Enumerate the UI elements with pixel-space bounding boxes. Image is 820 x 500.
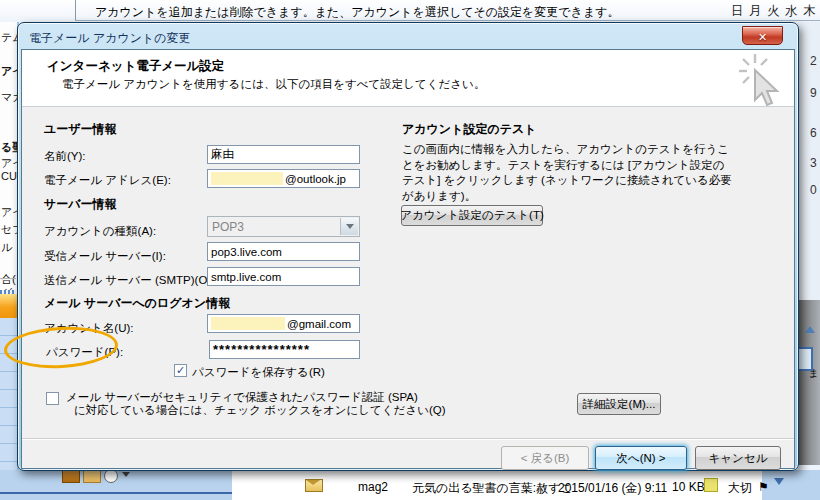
background-hint-text: アカウントを追加または削除できます。また、アカウントを選択してその設定を変更でき… (95, 4, 619, 21)
category-icon (704, 478, 718, 492)
envelope-icon (305, 479, 323, 492)
cursor-sparkle-icon (738, 53, 788, 109)
wizard-header-title: インターネット電子メール設定 (47, 58, 224, 75)
calendar-digit: 0 (810, 183, 817, 197)
remember-password-checkbox[interactable]: ✓ (174, 364, 187, 377)
incoming-server-label: 受信メール サーバー(I): (44, 249, 166, 264)
right-fragment: ま (808, 366, 819, 381)
account-name-value: @gmail.com (287, 318, 351, 330)
left-fragment: ル (1, 240, 12, 255)
close-icon: ✕ (758, 31, 767, 43)
name-input[interactable]: 麻由 (207, 145, 360, 164)
calendar-digit: 3 (810, 156, 817, 170)
calendar-digit: 2 (810, 54, 817, 68)
dialog-change-email-account: 電子メール アカウントの変更 ✕ インターネット電子メール設定 電子メール アカ… (17, 22, 799, 471)
next-button[interactable]: 次へ(N) > (595, 446, 687, 470)
background-selected-item-band (0, 294, 17, 318)
account-name-input[interactable]: @gmail.com (207, 314, 360, 333)
email-list-row[interactable]: mag2 元気の出る聖書の言葉:赦すこ 2015/01/16 (金) 9:11 … (232, 471, 762, 500)
test-panel-body: この画面内に情報を入力したら、アカウントのテストを行うことをお勧めします。テスト… (402, 142, 736, 204)
scroll-down-icon[interactable] (774, 478, 784, 485)
spa-checkbox[interactable] (46, 392, 59, 405)
name-label: 名前(Y): (44, 149, 86, 164)
account-type-select[interactable]: POP3 (207, 216, 360, 237)
background-scroll-track[interactable] (799, 300, 820, 465)
calendar-digit: 6 (810, 126, 817, 140)
password-input[interactable]: **************** (209, 340, 360, 359)
calendar-day-header: 日 月 火 水 木 金 土 (731, 3, 820, 20)
test-panel-heading: アカウント設定のテスト (402, 121, 537, 138)
chevron-down-icon[interactable] (122, 472, 130, 477)
back-button[interactable]: < 戻る(B) (501, 446, 589, 470)
email-address-value: @outlook.jp (285, 173, 346, 185)
footer-divider (22, 438, 794, 439)
section-user-info: ユーザー情報 (44, 121, 117, 138)
name-value: 麻由 (211, 147, 234, 162)
calendar-digit: 9 (810, 86, 817, 100)
email-date: 2015/01/16 (金) 9:11 (558, 480, 667, 497)
more-settings-button[interactable]: 詳細設定(M)... (577, 393, 661, 415)
password-value: **************** (213, 342, 310, 357)
cancel-button[interactable]: キャンセル (695, 446, 781, 470)
scroll-up-icon[interactable] (805, 326, 815, 333)
wizard-header-subtitle: 電子メール アカウントを使用するには、以下の項目をすべて設定してください。 (62, 77, 485, 92)
background-right-panel: 2 9 6 3 0 (799, 22, 820, 302)
background-divider-vertical (75, 0, 76, 21)
section-logon-info: メール サーバーへのログオン情報 (44, 295, 230, 312)
screen: アカウントを追加または削除できます。また、アカウントを選択してその設定を変更でき… (0, 0, 820, 500)
redacted-text (211, 172, 283, 185)
outgoing-server-input[interactable]: smtp.live.com (207, 267, 360, 286)
background-divider (0, 278, 16, 279)
email-subject: 元気の出る聖書の言葉:赦すこ (412, 480, 573, 497)
flag-icon[interactable]: ⚑ (758, 480, 769, 494)
email-size: 10 KB (672, 480, 705, 494)
redacted-text (211, 317, 285, 330)
test-account-settings-button[interactable]: アカウント設定のテスト(T) (401, 205, 543, 226)
outgoing-server-value: smtp.live.com (211, 271, 281, 283)
incoming-server-value: pop3.live.com (211, 246, 282, 258)
email-sender: mag2 (358, 480, 388, 494)
incoming-server-input[interactable]: pop3.live.com (207, 242, 360, 261)
spa-label-line2: に対応している場合には、チェック ボックスをオンにしてください(Q) (74, 403, 446, 418)
dropdown-arrow-icon[interactable] (340, 218, 358, 235)
checkmark-icon: ✓ (176, 364, 185, 376)
section-server-info: サーバー情報 (44, 196, 117, 213)
background-window-edge (0, 492, 232, 494)
left-fragment: 合( (1, 272, 16, 287)
account-type-label: アカウントの種類(A): (44, 224, 156, 239)
folder-icon[interactable] (83, 469, 101, 483)
dialog-title: 電子メール アカウントの変更 (29, 30, 191, 47)
folder-icon[interactable] (62, 469, 80, 483)
close-button[interactable]: ✕ (742, 26, 783, 45)
email-address-label: 電子メール アドレス(E): (44, 173, 171, 188)
clock-icon[interactable] (104, 469, 118, 483)
dialog-titlebar[interactable]: 電子メール アカウントの変更 ✕ (21, 26, 795, 49)
email-category: 大切 (728, 480, 752, 497)
email-address-input[interactable]: @outlook.jp (207, 169, 360, 188)
dialog-content: インターネット電子メール設定 電子メール アカウントを使用するには、以下の項目を… (21, 49, 795, 469)
account-type-value: POP3 (212, 220, 244, 234)
outgoing-server-label: 送信メール サーバー (SMTP)(O): (44, 273, 214, 288)
wizard-header: インターネット電子メール設定 電子メール アカウントを使用するには、以下の項目を… (22, 50, 794, 107)
remember-password-label: パスワードを保存する(R) (192, 365, 325, 380)
